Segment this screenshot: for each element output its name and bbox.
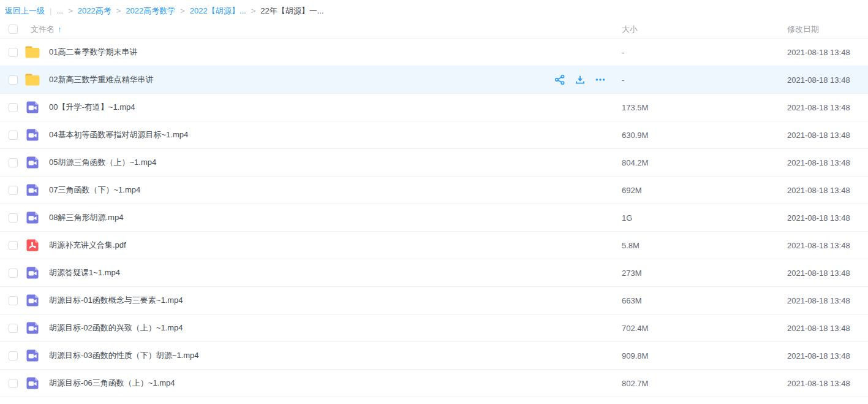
column-header-filename[interactable]: 文件名 [31, 24, 55, 35]
file-type-icon [25, 292, 40, 308]
folder-icon [25, 45, 40, 59]
breadcrumb-ellipsis[interactable]: ... [56, 6, 63, 15]
table-row[interactable]: 胡源目标-03函数的性质（下）胡源~1.mp4 [0, 342, 868, 370]
video-file-icon [25, 155, 40, 170]
file-size: 273M [622, 269, 787, 278]
table-row[interactable]: 00【升学-有道】~1.mp4 [0, 94, 868, 121]
video-file-icon [25, 265, 40, 280]
file-name-link[interactable]: 02新高三数学重难点精华串讲 [49, 74, 554, 85]
file-type-icon [25, 127, 40, 143]
pdf-file-icon [25, 238, 40, 253]
file-size: 804.2M [622, 158, 787, 167]
file-date: 2021-08-18 13:48 [787, 103, 868, 112]
file-name-link[interactable]: 04基本初等函数幂指对胡源目标~1.mp4 [49, 129, 622, 140]
file-name-link[interactable]: 07三角函数（下）~1.mp4 [49, 185, 622, 196]
file-name-link[interactable]: 05胡源三角函数（上）~1.mp4 [49, 157, 622, 168]
table-row[interactable]: 胡源目标-01函数概念与三要素~1.mp4 [0, 287, 868, 314]
table-row[interactable]: 01高二春季数学期末串讲 [0, 39, 868, 66]
file-size: 5.8M [622, 241, 787, 250]
row-checkbox[interactable] [9, 103, 18, 112]
row-checkbox[interactable] [9, 379, 18, 388]
file-date: 2021-08-18 13:48 [787, 241, 868, 250]
download-icon[interactable] [575, 74, 586, 85]
file-type-icon [25, 210, 40, 226]
row-checkbox[interactable] [9, 241, 18, 250]
row-checkbox[interactable] [9, 131, 18, 140]
row-checkbox[interactable] [9, 75, 18, 85]
file-type-icon [25, 320, 40, 336]
breadcrumb-current-folder: 22年【胡源】一... [260, 6, 323, 17]
file-size: 173.5M [622, 103, 787, 112]
breadcrumb-item-2022gaokao[interactable]: 2022高考 [78, 6, 111, 17]
row-checkbox[interactable] [9, 48, 18, 57]
breadcrumb-back-link[interactable]: 返回上一级 [5, 6, 45, 17]
table-row[interactable]: 胡源目标-06三角函数（上）~1.mp4 [0, 370, 868, 397]
file-date: 2021-08-18 13:48 [787, 48, 868, 57]
file-date: 2021-08-18 13:48 [787, 75, 868, 85]
table-row[interactable]: 胡源答疑课1~1.mp4 [0, 259, 868, 287]
breadcrumb-chevron: > [251, 6, 256, 15]
video-file-icon [25, 210, 40, 225]
table-row[interactable]: 07三角函数（下）~1.mp4 [0, 177, 868, 204]
file-date: 2021-08-18 13:48 [787, 213, 868, 223]
file-name-link[interactable]: 胡源目标-01函数概念与三要素~1.mp4 [49, 295, 622, 306]
table-row[interactable]: 胡源目标-02函数的兴致（上）~1.mp4 [0, 314, 868, 342]
video-file-icon [25, 348, 40, 363]
sort-ascending-icon[interactable]: ↑ [58, 25, 62, 34]
file-date: 2021-08-18 13:48 [787, 158, 868, 167]
file-name-link[interactable]: 胡源目标-02函数的兴致（上）~1.mp4 [49, 322, 622, 333]
share-icon[interactable] [554, 74, 565, 85]
file-type-icon [25, 375, 40, 391]
file-size: 692M [622, 186, 787, 195]
file-type-icon [25, 182, 40, 198]
video-file-icon [25, 183, 40, 197]
file-date: 2021-08-18 13:48 [787, 351, 868, 360]
file-size: 630.9M [622, 131, 787, 140]
more-icon[interactable] [595, 74, 606, 85]
row-checkbox[interactable] [9, 213, 18, 223]
row-actions [554, 74, 606, 85]
breadcrumb-item-huyuan[interactable]: 2022【胡源】... [190, 6, 246, 17]
file-size: 663M [622, 296, 787, 305]
file-name-link[interactable]: 胡源目标-06三角函数（上）~1.mp4 [49, 378, 622, 389]
column-header-size[interactable]: 大小 [622, 24, 787, 35]
file-name-link[interactable]: 08解三角形胡源.mp4 [49, 212, 622, 223]
table-row[interactable]: 04基本初等函数幂指对胡源目标~1.mp4 [0, 121, 868, 149]
breadcrumb-item-2022gaokao-math[interactable]: 2022高考数学 [126, 6, 175, 17]
file-type-icon [25, 72, 40, 88]
file-size: 909.8M [622, 351, 787, 360]
file-type-icon [25, 154, 40, 170]
row-checkbox[interactable] [9, 269, 18, 278]
table-row[interactable]: 05胡源三角函数（上）~1.mp4 [0, 149, 868, 177]
row-checkbox[interactable] [9, 296, 18, 305]
breadcrumb-chevron: > [68, 6, 73, 15]
video-file-icon [25, 376, 40, 391]
file-type-icon [25, 237, 40, 253]
file-date: 2021-08-18 13:48 [787, 186, 868, 195]
row-checkbox[interactable] [9, 351, 18, 360]
file-date: 2021-08-18 13:48 [787, 269, 868, 278]
file-size: 802.7M [622, 379, 787, 388]
column-header-date[interactable]: 修改日期 [787, 24, 868, 35]
folder-icon [25, 73, 40, 86]
file-type-icon [25, 348, 40, 364]
file-name-link[interactable]: 00【升学-有道】~1.mp4 [49, 102, 622, 113]
row-checkbox[interactable] [9, 324, 18, 333]
list-header: 文件名 ↑ 大小 修改日期 [0, 20, 868, 39]
table-row[interactable]: 08解三角形胡源.mp4 [0, 204, 868, 232]
file-date: 2021-08-18 13:48 [787, 131, 868, 140]
breadcrumb: 返回上一级 | ... > 2022高考 > 2022高考数学 > 2022【胡… [0, 0, 868, 20]
file-name-link[interactable]: 01高二春季数学期末串讲 [49, 47, 622, 58]
select-all-checkbox[interactable] [9, 25, 18, 34]
file-name-link[interactable]: 胡源补充讲义合集.pdf [49, 240, 622, 251]
file-name-link[interactable]: 胡源目标-03函数的性质（下）胡源~1.mp4 [49, 350, 622, 361]
file-size: 702.4M [622, 324, 787, 333]
file-type-icon [25, 99, 40, 115]
row-checkbox[interactable] [9, 186, 18, 195]
row-checkbox[interactable] [9, 158, 18, 167]
table-row[interactable]: 胡源补充讲义合集.pdf [0, 232, 868, 259]
breadcrumb-pipe-separator: | [50, 6, 51, 15]
table-row[interactable]: 02新高三数学重难点精华串讲 [0, 66, 868, 94]
file-date: 2021-08-18 13:48 [787, 296, 868, 305]
file-name-link[interactable]: 胡源答疑课1~1.mp4 [49, 267, 622, 278]
